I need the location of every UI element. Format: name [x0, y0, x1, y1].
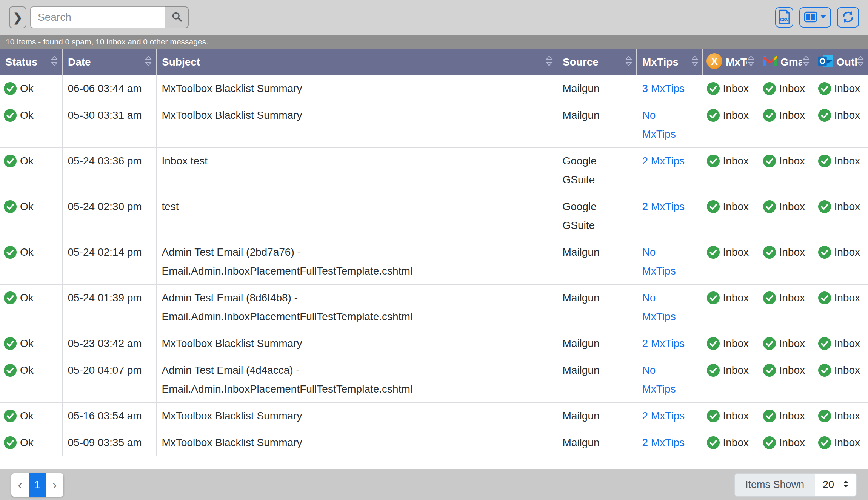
status-text: Inbox: [723, 437, 749, 448]
table-row: Ok06-06 03:44 amMxToolbox Blacklist Summ…: [0, 75, 868, 102]
check-circle-icon: [818, 155, 831, 167]
mxtips-link[interactable]: 2 MxTips: [642, 201, 685, 212]
mxtoolbox-logo-icon: X: [706, 53, 723, 72]
column-header-mxtips[interactable]: MxTips: [637, 49, 703, 75]
gmail-placement-cell: Inbox: [759, 193, 814, 239]
check-circle-icon: [818, 246, 831, 259]
refresh-button[interactable]: [837, 7, 859, 28]
source-cell: Mailgun: [557, 75, 637, 102]
pagination-page-1-button[interactable]: 1: [29, 473, 46, 497]
mxtips-cell: No MxTips: [637, 102, 703, 148]
status-text: Inbox: [834, 83, 860, 94]
date-cell: 05-24 03:36 pm: [62, 148, 156, 193]
toolbar: ❯ CSV: [0, 0, 868, 35]
column-label: Status: [5, 56, 38, 68]
gmail-placement-cell: Inbox: [759, 357, 814, 403]
mxtips-link[interactable]: No MxTips: [642, 292, 676, 322]
items-shown-select[interactable]: 20: [815, 473, 857, 497]
mxtips-link[interactable]: 2 MxTips: [642, 337, 685, 349]
gmail-placement-cell: Inbox: [759, 75, 814, 102]
status-cell: Ok: [0, 193, 62, 239]
mxtoolbox-placement-cell: Inbox: [703, 102, 759, 148]
column-label: MxToolbox: [726, 56, 747, 68]
status-text: Ok: [20, 155, 34, 167]
status-text: Inbox: [723, 155, 749, 167]
status-text: Inbox: [723, 201, 749, 212]
subject-text: MxToolbox Blacklist Summary: [162, 406, 302, 425]
check-circle-icon: [707, 200, 720, 213]
status-cell: Ok: [0, 429, 62, 456]
source-cell: Mailgun: [557, 239, 637, 285]
results-table: Status Date Subject: [0, 49, 868, 456]
mxtoolbox-placement-cell: Inbox: [703, 357, 759, 403]
check-circle-icon: [818, 291, 831, 304]
gmail-placement-cell: Inbox: [759, 102, 814, 148]
check-circle-icon: [707, 246, 720, 259]
column-header-source[interactable]: Source: [557, 49, 637, 75]
mxtips-cell: 2 MxTips: [637, 148, 703, 193]
check-circle-icon: [818, 364, 831, 377]
search-input[interactable]: [30, 6, 165, 28]
status-text: Inbox: [834, 337, 860, 349]
pagination-prev-button[interactable]: ‹: [11, 473, 29, 497]
search-button[interactable]: [165, 6, 189, 28]
column-label: Outlook: [836, 56, 857, 68]
column-settings-button[interactable]: [799, 7, 831, 28]
status-text: Inbox: [779, 109, 805, 121]
bottom-bar: ‹ 1 › Items Shown 20: [0, 469, 868, 500]
status-text: Ok: [20, 364, 34, 376]
mxtips-link[interactable]: 2 MxTips: [642, 410, 685, 422]
status-text: Ok: [20, 337, 34, 349]
outlook-placement-cell: Inbox: [814, 148, 868, 193]
status-text: Ok: [20, 246, 34, 258]
status-text: Inbox: [779, 201, 805, 212]
mxtips-link[interactable]: 2 MxTips: [642, 437, 685, 448]
column-header-date[interactable]: Date: [62, 49, 156, 75]
source-cell: Mailgun: [557, 357, 637, 403]
status-text: Ok: [20, 201, 34, 212]
mxtoolbox-placement-cell: Inbox: [703, 429, 759, 456]
mxtoolbox-placement-cell: Inbox: [703, 148, 759, 193]
subject-text: MxToolbox Blacklist Summary: [162, 79, 302, 98]
mxtips-cell: 2 MxTips: [637, 330, 703, 357]
check-circle-icon: [707, 337, 720, 350]
table-row: Ok05-20 04:07 pmAdmin Test Email (4d4acc…: [0, 357, 868, 403]
sort-icon: [857, 55, 864, 69]
column-header-mxtoolbox[interactable]: X MxToolbox: [703, 49, 759, 75]
check-circle-icon: [818, 109, 831, 122]
sort-icon: [691, 55, 699, 69]
mxtips-link[interactable]: 3 MxTips: [642, 83, 685, 94]
check-circle-icon: [707, 82, 720, 95]
mxtips-cell: 2 MxTips: [637, 429, 703, 456]
pagination-next-button[interactable]: ›: [46, 473, 63, 497]
date-cell: 05-24 02:14 pm: [62, 239, 156, 285]
mxtips-link[interactable]: No MxTips: [642, 364, 676, 395]
table-row: Ok05-23 03:42 amMxToolbox Blacklist Summ…: [0, 330, 868, 357]
outlook-placement-cell: Inbox: [814, 102, 868, 148]
outlook-placement-cell: Inbox: [814, 193, 868, 239]
column-header-gmail[interactable]: Gmail: [759, 49, 814, 75]
check-circle-icon: [818, 410, 831, 422]
column-label: Date: [68, 56, 91, 68]
column-header-subject[interactable]: Subject: [156, 49, 557, 75]
check-circle-icon: [763, 109, 776, 122]
status-cell: Ok: [0, 75, 62, 102]
expand-panel-button[interactable]: ❯: [9, 6, 26, 28]
column-header-status[interactable]: Status: [0, 49, 62, 75]
check-circle-icon: [763, 82, 776, 95]
mxtips-link[interactable]: 2 MxTips: [642, 155, 685, 167]
date-cell: 05-24 01:39 pm: [62, 285, 156, 330]
status-text: Inbox: [834, 410, 860, 422]
export-csv-button[interactable]: CSV: [775, 7, 793, 28]
subject-cell: MxToolbox Blacklist Summary: [156, 102, 557, 148]
check-circle-icon: [763, 410, 776, 422]
check-circle-icon: [763, 291, 776, 304]
column-header-outlook[interactable]: Outlook: [814, 49, 868, 75]
inbox-placement-app: ❯ CSV 10 Items - found 0 spam, 10 inbox …: [0, 0, 868, 500]
mxtips-link[interactable]: No MxTips: [642, 109, 676, 140]
mxtips-link[interactable]: No MxTips: [642, 246, 676, 277]
table-row: Ok05-24 02:30 pmtestGoogle GSuite2 MxTip…: [0, 193, 868, 239]
check-circle-icon: [707, 155, 720, 167]
status-cell: Ok: [0, 102, 62, 148]
csv-file-icon: CSV: [779, 9, 790, 25]
